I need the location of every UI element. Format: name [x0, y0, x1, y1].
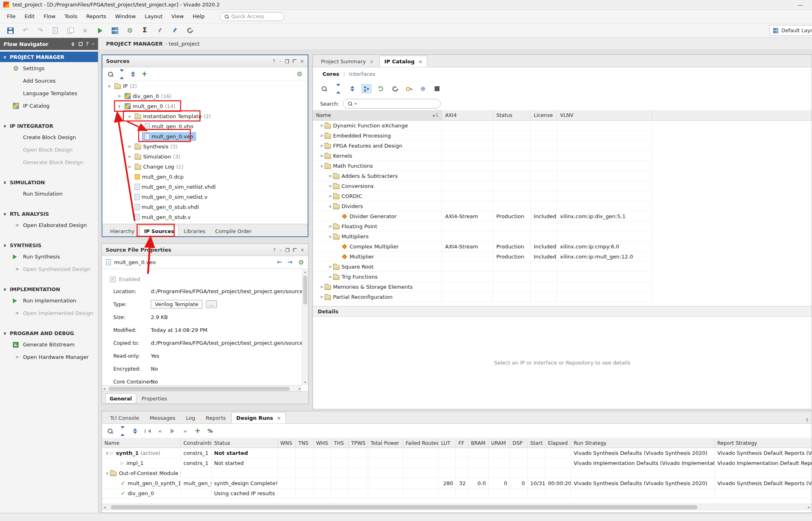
flow-item-language-templates[interactable]: Language Templates	[0, 87, 98, 100]
expand-all-button[interactable]	[128, 70, 138, 79]
help-icon[interactable]: ?	[806, 417, 808, 423]
add-repository-button[interactable]: ⊕	[418, 84, 428, 93]
menu-view[interactable]: View	[167, 12, 188, 21]
scroll-right-icon[interactable]: ▸	[299, 386, 301, 391]
ellipsis-button[interactable]: ...	[206, 300, 217, 308]
flow-item-ip-catalog[interactable]: IP Catalog	[0, 100, 98, 112]
catalog-row-dynamic-function-exchange[interactable]: >Dynamic Function eXchange	[313, 121, 652, 131]
chevron-right-icon[interactable]: >	[319, 154, 325, 158]
minimize-window-button[interactable]: —	[792, 2, 809, 8]
flow-item-run-synthesis[interactable]: Run Synthesis	[0, 250, 98, 263]
catalog-search-input[interactable]: ▾	[343, 99, 441, 108]
chevron-right-icon[interactable]: >	[327, 194, 333, 198]
column-header-tpws[interactable]: TPWS	[349, 438, 368, 448]
flow-item-open-hardware-manager[interactable]: >Open Hardware Manager	[0, 351, 98, 363]
column-header-failed-routes[interactable]: Failed Routes	[403, 438, 439, 448]
chevron-right-icon[interactable]: >	[127, 165, 132, 169]
sum-button[interactable]: Σ	[140, 26, 150, 35]
edit-button[interactable]	[170, 26, 179, 35]
search-button[interactable]	[105, 427, 115, 436]
column-header-start[interactable]: Start	[528, 438, 545, 448]
catalog-row-adders-subtracters[interactable]: >Adders & Subtracters	[313, 171, 652, 181]
chevron-right-icon[interactable]: >	[127, 144, 132, 149]
help-icon[interactable]: ?	[273, 59, 275, 64]
scroll-left-icon[interactable]: ◂	[104, 505, 106, 509]
catalog-row-square-root[interactable]: >Square Root	[313, 262, 652, 272]
flow-item-open-elaborated-design[interactable]: >Open Elaborated Design	[0, 219, 98, 231]
tree-item-mult-gen-0-veo[interactable]: mult_gen_0.veo	[102, 131, 308, 142]
dashboard-button[interactable]	[110, 26, 120, 35]
tree-item-simulation[interactable]: >Simulation(3)	[102, 152, 308, 162]
layout-selector-button[interactable]: Default Layout	[769, 25, 812, 36]
chevron-down-icon[interactable]: ∨	[319, 164, 325, 168]
flow-item-run-simulation[interactable]: Run Simulation	[0, 188, 98, 200]
flow-section-program-and-debug[interactable]: ∨PROGRAM AND DEBUG	[0, 328, 98, 338]
sources-settings-button[interactable]: ⚙	[295, 70, 304, 79]
column-header-name[interactable]: Name▲1	[313, 110, 442, 120]
minimize-panel-icon[interactable]: –	[92, 41, 94, 47]
catalog-row-floating-point[interactable]: >Floating Point	[313, 221, 652, 231]
catalog-row-kernels[interactable]: >Kernels	[313, 151, 652, 161]
flow-item-run-implementation[interactable]: Run Implementation	[0, 294, 98, 307]
column-header-tns[interactable]: TNS	[296, 438, 314, 448]
tab-compile-order[interactable]: Compile Order	[211, 226, 256, 236]
tree-item-mult-gen-0-stub-vhdl[interactable]: mult_gen_0_stub.vhdl	[102, 202, 308, 212]
customize-button[interactable]	[185, 26, 194, 35]
minimize-panel-icon[interactable]: –	[279, 248, 282, 252]
scrollbar-thumb[interactable]	[303, 275, 307, 304]
collapse-all-button[interactable]	[117, 70, 127, 79]
catalog-row-fpga-features-and-design[interactable]: >FPGA Features and Design	[313, 141, 652, 151]
copy-button[interactable]	[65, 26, 75, 35]
tree-item-mult-gen-0-sim-netlist-v[interactable]: mult_gen_0_sim_netlist.v	[102, 192, 308, 202]
catalog-row-embedded-processing[interactable]: >Embedded Processing	[313, 131, 652, 141]
chevron-down-icon[interactable]: ∨	[117, 104, 122, 108]
chevron-right-icon[interactable]: >	[327, 265, 333, 269]
catalog-row-divider-generator[interactable]: Divider GeneratorAXI4-StreamProductionIn…	[313, 211, 652, 221]
float-panel-icon[interactable]	[79, 42, 83, 46]
chevron-right-icon[interactable]: >	[319, 133, 325, 138]
tree-item-ip[interactable]: ∨IP(2)	[102, 81, 308, 91]
run-row-div-gen-0[interactable]: ✓div_gen_0Using cached IP results	[102, 488, 812, 498]
run-row-impl-1[interactable]: ▷impl_1constrs_1Not startedVivado Implem…	[102, 458, 812, 468]
run-disabled-button[interactable]	[168, 427, 177, 436]
quick-access-search[interactable]: Quick Access	[220, 12, 284, 21]
search-button[interactable]	[319, 84, 329, 93]
catalog-row-dividers[interactable]: ∨Dividers	[313, 201, 652, 211]
scroll-right-icon[interactable]: ▸	[808, 505, 810, 509]
expand-all-button[interactable]	[348, 84, 357, 93]
run-row-out-of-context-module-runs[interactable]: ∨Out-of-Context Module Runs	[102, 468, 812, 478]
catalog-row-cordic[interactable]: >CORDIC	[313, 191, 652, 201]
horizontal-scrollbar[interactable]: ◂ ▸	[102, 504, 812, 510]
menu-help[interactable]: Help	[188, 12, 209, 21]
flow-item-open-block-design[interactable]: Open Block Design	[0, 144, 98, 156]
maximize-panel-icon[interactable]	[293, 248, 297, 252]
chevron-down-icon[interactable]: ∨	[127, 114, 132, 119]
column-header-status[interactable]: Status	[212, 438, 278, 448]
add-button[interactable]: +	[193, 427, 202, 436]
add-button[interactable]: +	[139, 70, 149, 79]
flow-item-generate-bitstream[interactable]: Generate Bitstream	[0, 338, 98, 351]
float-panel-icon[interactable]	[285, 59, 289, 63]
tab-libraries[interactable]: Libraries	[179, 226, 210, 236]
tab-log[interactable]: Log	[181, 412, 200, 423]
undo-button[interactable]: ↶	[21, 26, 30, 35]
catalog-row-multiplier[interactable]: MultiplierProductionIncludedxilinx.com:i…	[313, 252, 652, 262]
tree-item-synthesis[interactable]: >Synthesis(3)	[102, 142, 308, 152]
tree-item-change-log[interactable]: >Change Log(1)	[102, 162, 308, 172]
chevron-right-icon[interactable]: >	[117, 94, 122, 98]
catalog-row-memories-storage-elements[interactable]: >Memories & Storage Elements	[313, 282, 652, 292]
chevron-down-icon[interactable]: ∨	[106, 84, 112, 88]
tab-messages[interactable]: Messages	[145, 412, 180, 423]
flow-item-open-implemented-design[interactable]: >Open Implemented Design	[0, 307, 98, 319]
collapse-all-button[interactable]	[118, 427, 127, 436]
menu-reports[interactable]: Reports	[82, 12, 111, 21]
catalog-row-math-functions[interactable]: ∨Math Functions	[313, 161, 652, 171]
save-button[interactable]	[6, 26, 15, 35]
run-row-synth-1[interactable]: ∨▷synth_1(active)constrs_1Not startedViv…	[102, 448, 812, 458]
scroll-left-icon[interactable]: ◂	[103, 386, 105, 391]
catalog-row-partial-reconfiguration[interactable]: >Partial Reconfiguration	[313, 292, 652, 302]
column-header-total-power[interactable]: Total Power	[368, 438, 403, 448]
chevron-down-icon[interactable]: ∨	[327, 204, 333, 208]
column-header-bram[interactable]: BRAM	[468, 438, 489, 448]
flow-item-create-block-design[interactable]: Create Block Design	[0, 131, 98, 144]
